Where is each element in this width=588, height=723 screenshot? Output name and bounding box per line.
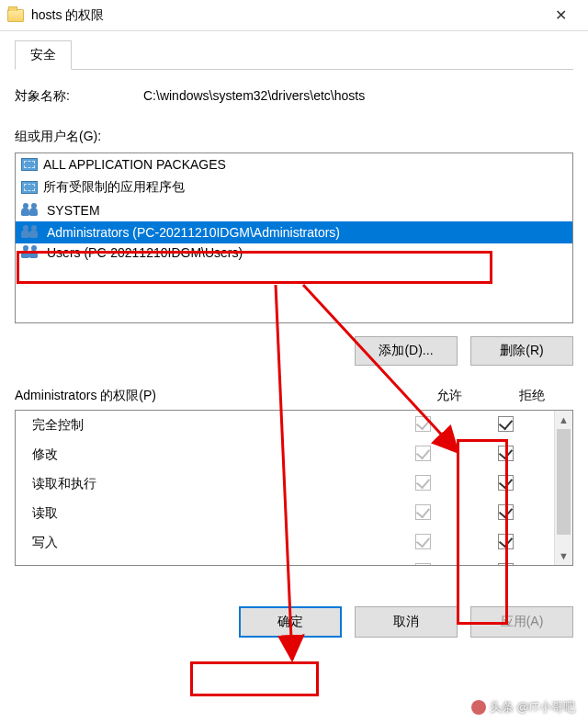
deny-checkbox[interactable]: [498, 563, 514, 565]
list-item-label: ALL APPLICATION PACKAGES: [43, 157, 226, 172]
group-icon: [21, 225, 41, 240]
deny-checkbox[interactable]: [498, 504, 514, 520]
groups-listbox[interactable]: ALL APPLICATION PACKAGES所有受限制的应用程序包SYSTE…: [15, 153, 573, 323]
scroll-up-icon[interactable]: ▲: [555, 411, 572, 429]
deny-checkbox[interactable]: [498, 534, 514, 549]
add-button[interactable]: 添加(D)...: [355, 336, 458, 366]
permission-row: 读取和执行: [16, 469, 554, 499]
titlebar: hosts 的权限 ✕: [0, 0, 588, 31]
allow-checkbox[interactable]: [415, 416, 431, 432]
list-item[interactable]: SYSTEM: [16, 199, 572, 221]
permissions-header: Administrators 的权限(P) 允许 拒绝: [15, 388, 573, 404]
allow-checkbox[interactable]: [415, 446, 431, 461]
permission-name: 特殊权限: [23, 564, 381, 565]
permission-row: 读取: [16, 499, 554, 528]
list-item-label: Administrators (PC-20211210IDGM\Administ…: [47, 225, 340, 240]
scroll-down-icon[interactable]: ▼: [555, 547, 572, 565]
allow-checkbox[interactable]: [415, 475, 431, 491]
groups-label: 组或用户名(G):: [15, 129, 573, 145]
watermark: 头条 @IT小哥吧: [471, 699, 575, 716]
permission-row: 修改: [16, 440, 554, 469]
permissions-grid: 完全控制修改读取和执行读取写入特殊权限 ▲ ▼: [15, 410, 573, 566]
permission-name: 读取: [23, 505, 381, 522]
folder-icon: [7, 9, 24, 22]
object-name-row: 対象名称: C:\windows\system32\drivers\etc\ho…: [15, 88, 573, 105]
allow-checkbox[interactable]: [415, 504, 431, 520]
permission-name: 读取和执行: [23, 476, 381, 492]
list-item[interactable]: Users (PC-20211210IDGM\Users): [16, 242, 572, 264]
window-title: hosts 的权限: [31, 7, 540, 24]
group-icon: [21, 245, 41, 260]
permission-row: 完全控制: [16, 411, 554, 440]
permissions-scrollbar[interactable]: ▲ ▼: [554, 411, 572, 565]
object-name-label: 対象名称:: [15, 88, 143, 105]
permission-row: 写入: [16, 528, 554, 558]
dialog-body: 安全 対象名称: C:\windows\system32\drivers\etc…: [0, 31, 588, 652]
list-item[interactable]: ALL APPLICATION PACKAGES: [16, 153, 572, 175]
deny-checkbox[interactable]: [498, 475, 514, 491]
add-remove-row: 添加(D)... 删除(R): [15, 336, 573, 366]
remove-button[interactable]: 删除(R): [470, 336, 573, 366]
list-item-label: SYSTEM: [47, 203, 100, 218]
permissions-for-label: Administrators 的权限(P): [15, 388, 408, 404]
footer-buttons: 确定 取消 应用(A): [15, 606, 573, 638]
group-icon: [21, 203, 41, 218]
list-item-label: Users (PC-20211210IDGM\Users): [47, 245, 243, 260]
close-button[interactable]: ✕: [540, 6, 581, 24]
deny-checkbox[interactable]: [498, 446, 514, 461]
scrollbar-thumb[interactable]: [557, 429, 571, 535]
allow-checkbox[interactable]: [415, 534, 431, 549]
tabs: 安全: [15, 40, 573, 70]
object-name-value: C:\windows\system32\drivers\etc\hosts: [143, 88, 573, 105]
permission-name: 写入: [23, 535, 381, 551]
list-item[interactable]: 所有受限制的应用程序包: [16, 175, 572, 199]
apply-button[interactable]: 应用(A): [470, 606, 573, 638]
package-icon: [21, 158, 38, 171]
permission-name: 完全控制: [23, 417, 381, 434]
list-item[interactable]: Administrators (PC-20211210IDGM\Administ…: [16, 221, 572, 243]
cancel-button[interactable]: 取消: [355, 606, 458, 638]
package-icon: [21, 181, 38, 194]
allow-header: 允许: [408, 388, 491, 404]
permission-row: 特殊权限: [16, 558, 554, 565]
tab-security[interactable]: 安全: [15, 40, 72, 70]
list-item-label: 所有受限制的应用程序包: [43, 179, 185, 196]
deny-header: 拒绝: [491, 388, 573, 404]
permission-name: 修改: [23, 446, 381, 463]
watermark-text: 头条 @IT小哥吧: [490, 699, 575, 716]
deny-checkbox[interactable]: [498, 416, 514, 432]
watermark-logo-icon: [471, 700, 486, 715]
allow-checkbox[interactable]: [415, 563, 431, 565]
annotation-box-ok: [190, 661, 319, 696]
ok-button[interactable]: 确定: [239, 606, 342, 638]
